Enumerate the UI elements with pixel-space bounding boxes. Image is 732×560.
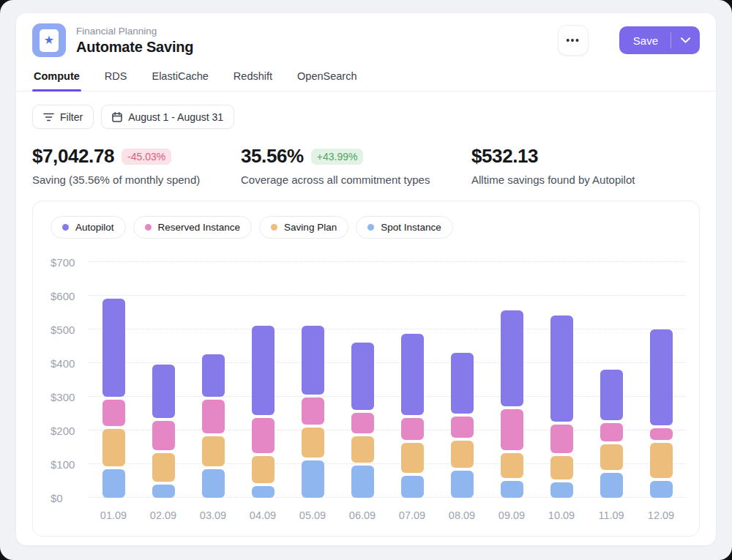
- bar-segment-saving-plan[interactable]: [252, 456, 274, 483]
- bar-segment-saving-plan[interactable]: [351, 436, 374, 463]
- stacked-bar-06.09[interactable]: [351, 343, 374, 498]
- bar-segment-spot-instance[interactable]: [501, 481, 523, 498]
- bar-segment-reserved-instance[interactable]: [351, 413, 374, 433]
- bar-segment-saving-plan[interactable]: [102, 429, 125, 466]
- bar-segment-saving-plan[interactable]: [202, 436, 225, 466]
- x-tick-label: 12.09: [636, 509, 686, 521]
- stacked-bar-07.09[interactable]: [401, 334, 424, 498]
- legend-dot-icon: [271, 224, 277, 231]
- stacked-bar-02.09[interactable]: [152, 365, 175, 498]
- stacked-bar-03.09[interactable]: [202, 354, 225, 498]
- bar-slot-09.09: [487, 262, 537, 498]
- ellipsis-icon: •••: [566, 34, 580, 46]
- save-split-button[interactable]: Save: [619, 26, 700, 54]
- bar-segment-reserved-instance[interactable]: [650, 428, 673, 440]
- bar-segment-saving-plan[interactable]: [550, 456, 573, 479]
- bar-segment-reserved-instance[interactable]: [550, 425, 573, 453]
- legend-item-autopilot[interactable]: Autopilot: [51, 216, 126, 239]
- stacked-bar-05.09[interactable]: [302, 326, 324, 498]
- bar-segment-spot-instance[interactable]: [302, 460, 324, 498]
- bar-segment-autopilot[interactable]: [152, 365, 175, 419]
- x-tick-label: 09.09: [487, 509, 537, 521]
- stacked-bar-08.09[interactable]: [451, 353, 474, 498]
- tab-compute[interactable]: Compute: [32, 66, 81, 91]
- app-icon-inner: ★: [40, 29, 59, 52]
- bar-segment-reserved-instance[interactable]: [600, 423, 623, 441]
- chart-card: AutopilotReserved InstanceSaving PlanSpo…: [32, 201, 700, 537]
- stats-row: $7,042.78-45.03%Saving (35.56% of monthl…: [32, 145, 700, 186]
- save-dropdown-button[interactable]: [671, 26, 700, 54]
- bar-segment-reserved-instance[interactable]: [302, 397, 324, 425]
- tab-redshift[interactable]: Redshift: [232, 66, 274, 91]
- legend-label: Spot Instance: [381, 222, 441, 233]
- bar-slot-12.09: [636, 262, 686, 498]
- stacked-bar-10.09[interactable]: [550, 316, 573, 498]
- save-button[interactable]: Save: [619, 26, 671, 54]
- bar-segment-spot-instance[interactable]: [401, 476, 424, 498]
- legend-item-saving-plan[interactable]: Saving Plan: [259, 216, 348, 239]
- bar-segment-saving-plan[interactable]: [451, 441, 474, 468]
- bar-segment-saving-plan[interactable]: [600, 444, 623, 470]
- legend-item-reserved-instance[interactable]: Reserved Instance: [133, 216, 253, 239]
- stat-value-row: 35.56%+43.99%: [241, 145, 471, 168]
- date-range-button[interactable]: August 1 - August 31: [101, 105, 234, 129]
- bar-segment-spot-instance[interactable]: [650, 481, 673, 498]
- bar-segment-autopilot[interactable]: [252, 326, 274, 415]
- stat-value: $532.13: [471, 145, 538, 168]
- bar-segment-spot-instance[interactable]: [152, 485, 175, 498]
- bar-segment-autopilot[interactable]: [102, 299, 125, 396]
- stat-label: Saving (35.56% of monthly spend): [32, 173, 241, 186]
- bar-segment-reserved-instance[interactable]: [152, 421, 175, 449]
- bar-segment-reserved-instance[interactable]: [401, 418, 424, 440]
- bar-segment-reserved-instance[interactable]: [202, 400, 225, 433]
- bar-segment-saving-plan[interactable]: [501, 453, 523, 479]
- bar-segment-spot-instance[interactable]: [102, 469, 125, 498]
- bar-segment-saving-plan[interactable]: [302, 428, 324, 458]
- stat-value-row: $532.13: [471, 145, 635, 168]
- legend-label: Autopilot: [75, 222, 114, 233]
- stacked-bar-11.09[interactable]: [600, 370, 623, 498]
- bar-slot-07.09: [387, 262, 437, 498]
- bar-segment-saving-plan[interactable]: [401, 443, 424, 473]
- bar-segment-reserved-instance[interactable]: [102, 400, 125, 427]
- x-tick-label: 05.09: [288, 509, 337, 521]
- bar-segment-spot-instance[interactable]: [252, 486, 274, 498]
- y-tick-label: $0: [51, 492, 63, 504]
- stat-value: 35.56%: [241, 145, 304, 168]
- stacked-bar-01.09[interactable]: [102, 299, 125, 498]
- bar-segment-spot-instance[interactable]: [202, 469, 225, 498]
- bar-segment-reserved-instance[interactable]: [501, 409, 523, 449]
- x-tick-label: 07.09: [387, 509, 437, 521]
- stacked-bar-04.09[interactable]: [252, 326, 274, 498]
- legend-dot-icon: [62, 224, 69, 231]
- tab-rds[interactable]: RDS: [103, 66, 129, 91]
- bar-segment-autopilot[interactable]: [550, 316, 573, 422]
- more-options-button[interactable]: •••: [558, 25, 589, 56]
- bar-segment-autopilot[interactable]: [302, 326, 324, 395]
- bar-segment-autopilot[interactable]: [600, 370, 623, 420]
- bar-segment-spot-instance[interactable]: [550, 482, 573, 498]
- bar-segment-spot-instance[interactable]: [351, 466, 374, 498]
- stat-block: $532.13Alltime savings found by Autopilo…: [471, 145, 635, 186]
- tab-elasticache[interactable]: ElastiCache: [150, 66, 209, 91]
- y-tick-label: $300: [51, 391, 75, 403]
- bar-segment-spot-instance[interactable]: [600, 473, 623, 499]
- bar-segment-autopilot[interactable]: [501, 310, 523, 406]
- bar-segment-autopilot[interactable]: [401, 334, 424, 414]
- bar-segment-autopilot[interactable]: [351, 343, 374, 410]
- bar-segment-autopilot[interactable]: [202, 354, 225, 397]
- bar-segment-autopilot[interactable]: [650, 329, 673, 425]
- calendar-icon: [112, 112, 122, 122]
- stacked-bar-12.09[interactable]: [650, 329, 673, 498]
- legend-item-spot-instance[interactable]: Spot Instance: [356, 216, 453, 239]
- bar-segment-saving-plan[interactable]: [650, 443, 673, 478]
- bar-segment-spot-instance[interactable]: [451, 471, 474, 498]
- bar-segment-reserved-instance[interactable]: [252, 418, 274, 453]
- tab-opensearch[interactable]: OpenSearch: [296, 66, 358, 91]
- bar-segment-reserved-instance[interactable]: [451, 417, 474, 438]
- bar-segment-autopilot[interactable]: [451, 353, 474, 414]
- filter-button[interactable]: Filter: [32, 105, 94, 129]
- stacked-bar-09.09[interactable]: [501, 310, 523, 498]
- bar-segment-saving-plan[interactable]: [152, 453, 175, 482]
- x-tick-label: 04.09: [238, 509, 288, 521]
